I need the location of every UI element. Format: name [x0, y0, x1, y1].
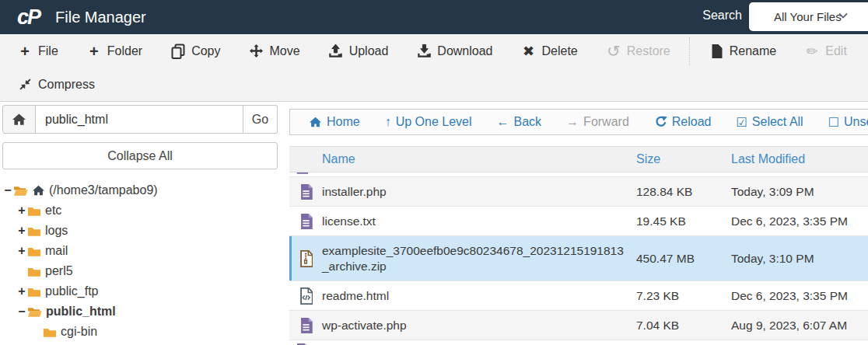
copy-icon: [170, 44, 186, 59]
tree-label: perl5: [45, 264, 73, 278]
expand-toggle[interactable]: +: [16, 284, 27, 298]
restore-icon: ↺: [606, 44, 621, 59]
collapse-all-button[interactable]: Collapse All: [2, 142, 278, 169]
nav-home-button[interactable]: Home: [309, 115, 360, 129]
tree-item-public-ftp[interactable]: + public_ftp: [2, 281, 278, 301]
nav-up-one-level-button[interactable]: ↑ Up One Level: [385, 115, 472, 129]
nav-label: Up One Level: [396, 115, 472, 129]
expand-toggle[interactable]: +: [16, 224, 27, 238]
reload-icon: [654, 116, 667, 129]
zip-icon: [289, 250, 322, 267]
edit-button[interactable]: ✏ Edit: [793, 44, 858, 59]
tree-item-public-html[interactable]: − public_html: [2, 301, 278, 322]
file-size: 128.84 KB: [636, 185, 731, 199]
column-header-last-modified[interactable]: Last Modified: [731, 152, 868, 166]
move-button[interactable]: Move: [238, 44, 311, 59]
file-modified: Aug 9, 2023, 6:07 AM: [731, 319, 868, 333]
toolbar-row-2: Compress: [0, 68, 868, 101]
column-header-name[interactable]: Name: [322, 152, 636, 166]
file-name: license.txt: [322, 214, 636, 229]
folder-icon: [27, 205, 41, 217]
toolbar-label: Upload: [349, 44, 389, 58]
file-row-archive-zip-selected[interactable]: examplesite_3700eefb0e9c80234678_2023121…: [289, 236, 868, 281]
app-header: cP File Manager Search All Your Files: [0, 0, 868, 34]
file-size: 7.23 KB: [636, 289, 731, 303]
file-button[interactable]: + File: [6, 44, 69, 59]
tree-label: public_html: [46, 305, 116, 319]
compress-button[interactable]: Compress: [6, 77, 106, 92]
upload-icon: [328, 44, 344, 59]
file-row-wp-activate-php[interactable]: wp-activate.php 7.04 KB Aug 9, 2023, 6:0…: [289, 311, 868, 340]
nav-label: Home: [327, 115, 360, 129]
upload-button[interactable]: Upload: [317, 44, 400, 59]
home-icon: [32, 184, 45, 197]
cpanel-file-manager: { "header": { "logo_text": "cP", "app_ti…: [0, 0, 868, 345]
folder-button[interactable]: + Folder: [75, 44, 153, 59]
nav-forward-button[interactable]: → Forward: [566, 115, 629, 129]
arrow-left-icon: ←: [497, 115, 509, 129]
tree-item-root[interactable]: − (/home3/tampabo9): [2, 180, 278, 200]
home-button[interactable]: [2, 105, 36, 134]
html-icon: [289, 288, 322, 305]
file-name: wp-activate.php: [322, 318, 636, 333]
tree-item-mail[interactable]: + mail: [2, 241, 278, 261]
column-header-size[interactable]: Size: [636, 152, 731, 166]
file-modified: Dec 6, 2023, 3:35 PM: [731, 214, 868, 228]
open-folder-icon: [13, 184, 28, 197]
html-editor-button[interactable]: HTML Editor: [864, 44, 868, 59]
tree-label: mail: [45, 244, 68, 258]
nav-unselect-all-button[interactable]: ☐ Unselect All: [828, 115, 868, 130]
nav-back-button[interactable]: ← Back: [497, 115, 542, 129]
cpanel-logo: cP: [17, 7, 40, 28]
expand-toggle[interactable]: +: [16, 204, 27, 218]
file-size: 450.47 MB: [636, 252, 731, 266]
arrow-up-icon: ↑: [385, 115, 391, 129]
arrow-right-icon: →: [566, 115, 579, 129]
file-name: readme.html: [322, 288, 636, 304]
document-icon: [709, 44, 724, 59]
search-scope-select[interactable]: All Your Files: [749, 2, 868, 31]
toolbar-row-1: + File + Folder Copy Move Upload Downloa…: [0, 34, 868, 68]
home-icon: [12, 112, 26, 127]
file-name: installer.php: [322, 184, 636, 200]
file-table: Name Size Last Modified installer.php 12…: [289, 146, 868, 345]
collapse-toggle[interactable]: −: [2, 183, 13, 197]
file-row-readme-html[interactable]: readme.html 7.23 KB Dec 6, 2023, 3:35 PM: [289, 281, 868, 311]
restore-button[interactable]: ↺ Restore: [595, 44, 681, 59]
expand-toggle[interactable]: +: [16, 244, 27, 258]
path-input[interactable]: [36, 105, 243, 134]
toolbar-label: Download: [437, 44, 492, 58]
tree-item-partially-visible[interactable]: [2, 342, 278, 345]
file-row-license-txt[interactable]: license.txt 19.45 KB Dec 6, 2023, 3:35 P…: [289, 207, 868, 236]
nav-label: Select All: [752, 115, 803, 129]
toolbar-divider: [689, 37, 690, 65]
delete-button[interactable]: ✖ Delete: [509, 44, 588, 59]
nav-reload-button[interactable]: Reload: [654, 115, 712, 129]
toolbar-label: Move: [270, 44, 300, 58]
toolbar-label: File: [38, 44, 58, 58]
download-button[interactable]: Download: [405, 44, 503, 59]
file-modified: Today, 3:10 PM: [731, 252, 868, 266]
tree-item-etc[interactable]: + etc: [2, 200, 278, 221]
copy-button[interactable]: Copy: [159, 44, 231, 59]
file-row-installer-php[interactable]: installer.php 128.84 KB Today, 3:09 PM: [289, 177, 868, 207]
tree-item-logs[interactable]: + logs: [2, 221, 278, 241]
download-icon: [416, 44, 432, 59]
nav-select-all-button[interactable]: ☑ Select All: [737, 115, 803, 130]
tree-item-perl5[interactable]: perl5: [2, 261, 278, 281]
collapse-toggle[interactable]: −: [16, 305, 27, 319]
folder-icon: [27, 266, 41, 277]
file-modified: Today, 3:09 PM: [731, 185, 868, 199]
nav-label: Back: [514, 115, 542, 129]
nav-label: Unselect All: [844, 115, 868, 129]
move-icon: [249, 44, 264, 59]
folder-icon: [27, 246, 41, 257]
toolbar-label: Rename: [730, 44, 776, 58]
rename-button[interactable]: Rename: [698, 44, 787, 59]
tree-item-cgi-bin[interactable]: cgi-bin: [2, 322, 278, 342]
file-list-pane: Home ↑ Up One Level ← Back → Forward Rel…: [289, 109, 868, 345]
file-icon: [289, 213, 322, 230]
checkbox-checked-icon: ☑: [737, 115, 747, 130]
file-size: 7.04 KB: [636, 319, 731, 333]
go-button[interactable]: Go: [243, 105, 278, 134]
